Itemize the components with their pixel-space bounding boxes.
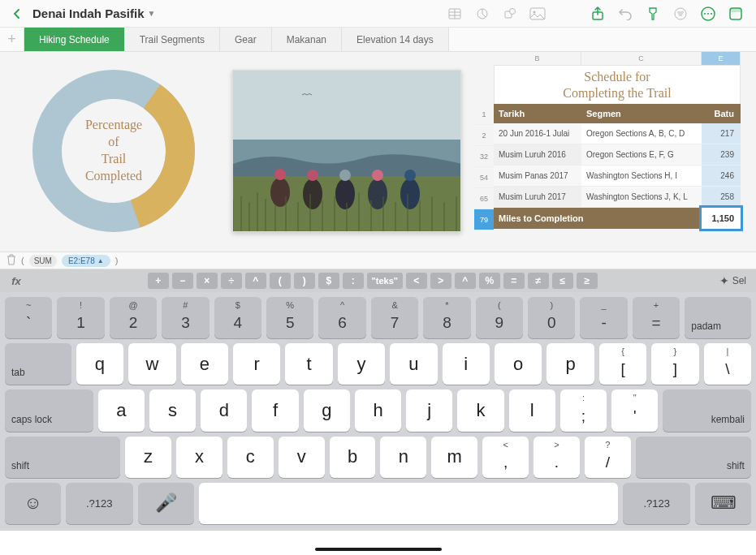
op-div[interactable]: ÷ — [221, 273, 242, 289]
key-shift-right[interactable]: shift — [636, 437, 751, 478]
op-rparen[interactable]: ) — [294, 273, 315, 289]
key-space[interactable] — [199, 483, 619, 524]
key-emoji[interactable]: ☺ — [5, 483, 61, 524]
key--[interactable]: _- — [580, 297, 627, 338]
row-header-54[interactable]: 54 — [474, 167, 494, 188]
table-row[interactable]: Musim Panas 2017 Washington Sections H, … — [494, 166, 741, 187]
op-lparen[interactable]: ( — [270, 273, 291, 289]
key-][interactable]: }] — [651, 343, 698, 385]
key-v[interactable]: v — [279, 437, 325, 478]
cell-batu[interactable]: 246 — [702, 166, 741, 186]
key-8[interactable]: *8 — [423, 297, 470, 338]
row-header-1[interactable]: 1 — [474, 104, 494, 125]
key-\[interactable]: |\ — [704, 343, 751, 385]
formula-bar[interactable]: ( SUM E2:E78▲ ) — [0, 252, 756, 269]
tab-makanan[interactable]: Makanan — [272, 28, 342, 51]
key-u[interactable]: u — [390, 343, 437, 385]
row-header-32[interactable]: 32 — [474, 146, 494, 167]
cell-batu[interactable]: 239 — [702, 144, 741, 165]
key-capslock[interactable]: caps lock — [5, 389, 93, 431]
key-l[interactable]: l — [509, 389, 555, 431]
op-plus[interactable]: + — [148, 273, 169, 289]
col-header-e[interactable]: E — [702, 52, 741, 65]
op-teks[interactable]: "teks" — [367, 273, 403, 289]
key-dictation[interactable]: 🎤 — [138, 483, 194, 524]
op-lt[interactable]: < — [406, 273, 427, 289]
formula-range-chip[interactable]: E2:E78▲ — [62, 255, 110, 267]
op-le[interactable]: ≤ — [552, 273, 573, 289]
back-button[interactable] — [6, 3, 28, 24]
key-d[interactable]: d — [201, 389, 247, 431]
op-eq[interactable]: = — [503, 273, 525, 289]
cell-tarikh[interactable]: Musim Luruh 2016 — [494, 144, 581, 165]
op-pow[interactable]: ^ — [245, 273, 266, 289]
table-insert-icon[interactable] — [441, 2, 469, 25]
table-row[interactable]: 20 Jun 2016-1 Julai Oregon Sections A, B… — [494, 123, 741, 144]
format-brush-icon[interactable] — [639, 2, 667, 25]
key-a[interactable]: a — [98, 389, 145, 431]
tab-hiking-schedule[interactable]: Hiking Schedule — [24, 28, 125, 51]
key-`[interactable]: ~` — [5, 297, 52, 338]
key-3[interactable]: #3 — [162, 297, 209, 338]
key-shift-left[interactable]: shift — [5, 437, 120, 478]
cell-segmen[interactable]: Washington Sections H, I — [581, 166, 702, 186]
key-4[interactable]: $4 — [214, 297, 261, 338]
table-row[interactable]: Musim Luruh 2017 Washington Sections J, … — [494, 187, 741, 208]
filter-icon[interactable] — [667, 2, 694, 25]
cell-segmen[interactable]: Oregon Sections A, B, C, D — [581, 123, 702, 144]
key-e[interactable]: e — [181, 343, 228, 385]
share-icon[interactable] — [584, 2, 611, 25]
key-w[interactable]: w — [128, 343, 175, 385]
cell-tarikh[interactable]: Musim Panas 2017 — [494, 166, 581, 186]
key-k[interactable]: k — [457, 389, 503, 431]
row-header-65[interactable]: 65 — [474, 188, 494, 209]
sel-button[interactable]: ✦Sel — [719, 274, 750, 287]
table-footer-row[interactable]: Miles to Completion 1,150 — [494, 208, 741, 229]
key-x[interactable]: x — [176, 437, 222, 478]
row-header-79[interactable]: 79 — [474, 209, 494, 230]
op-ge[interactable]: ≥ — [577, 273, 598, 289]
key-c[interactable]: c — [227, 437, 274, 478]
op-pct[interactable]: % — [479, 273, 500, 289]
trail-photo[interactable] — [232, 70, 461, 232]
row-header-2[interactable]: 2 — [474, 125, 494, 146]
key-.[interactable]: >. — [534, 437, 580, 478]
document-title[interactable]: Denai Indah Pasifik — [32, 6, 145, 20]
key-g[interactable]: g — [304, 389, 350, 431]
key-f[interactable]: f — [252, 389, 298, 431]
tab-gear[interactable]: Gear — [220, 28, 272, 51]
key-h[interactable]: h — [355, 389, 401, 431]
key-r[interactable]: r — [233, 343, 280, 385]
key-=[interactable]: += — [633, 297, 680, 338]
key-z[interactable]: z — [125, 437, 171, 478]
key-7[interactable]: &7 — [371, 297, 418, 338]
cell-segmen[interactable]: Oregon Sections E, F, G — [581, 144, 702, 165]
key-n[interactable]: n — [380, 437, 426, 478]
key-i[interactable]: i — [443, 343, 490, 385]
key-9[interactable]: (9 — [476, 297, 523, 338]
key-[[interactable]: {[ — [599, 343, 646, 385]
shape-insert-icon[interactable] — [496, 2, 524, 25]
key-t[interactable]: t — [285, 343, 332, 385]
key-j[interactable]: j — [406, 389, 452, 431]
key-b[interactable]: b — [330, 437, 376, 478]
key-;[interactable]: :; — [560, 389, 607, 431]
key-5[interactable]: %5 — [266, 297, 313, 338]
tab-elevation[interactable]: Elevation 14 days — [342, 28, 449, 51]
key-0[interactable]: )0 — [528, 297, 575, 338]
cell-segmen[interactable]: Washington Sections J, K, L — [581, 187, 702, 207]
key-numbers-left[interactable]: .?123 — [66, 483, 133, 524]
key-numbers-right[interactable]: .?123 — [623, 483, 690, 524]
key-y[interactable]: y — [338, 343, 385, 385]
tab-trail-segments[interactable]: Trail Segments — [125, 28, 220, 51]
cell-tarikh[interactable]: Musim Luruh 2017 — [494, 187, 581, 207]
footer-value-selected-cell[interactable]: 1,150 — [702, 208, 741, 229]
op-colon[interactable]: : — [343, 273, 364, 289]
key-1[interactable]: !1 — [57, 297, 104, 338]
spreadsheet-canvas[interactable]: Percentage of Trail Completed 1 — [0, 52, 756, 252]
delete-formula-icon[interactable] — [6, 254, 16, 267]
op-gt[interactable]: > — [430, 273, 451, 289]
key-6[interactable]: ^6 — [318, 297, 365, 338]
col-header-c[interactable]: C — [581, 52, 702, 65]
op-caret[interactable]: ^ — [455, 273, 476, 289]
